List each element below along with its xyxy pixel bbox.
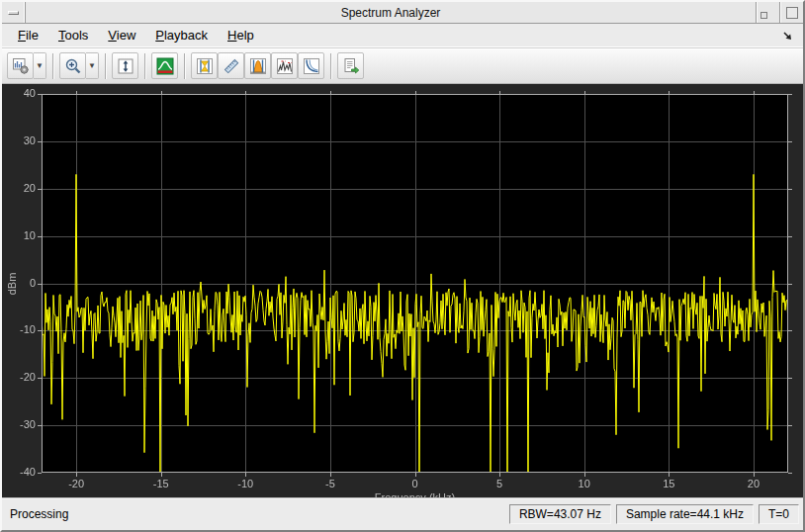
ccdf-measurements-icon: [303, 57, 320, 75]
y-tick-label: 0: [2, 277, 36, 289]
fit-to-view-button[interactable]: [112, 52, 138, 79]
spectral-mask-button[interactable]: [151, 52, 178, 79]
spectral-mask-icon: [156, 57, 174, 75]
y-tick-label: 30: [2, 134, 36, 146]
toolbar-separator: [144, 53, 145, 79]
x-tick-label: 10: [579, 478, 590, 489]
spectrum-settings-button[interactable]: [7, 52, 34, 79]
y-tick-label: -30: [2, 418, 36, 430]
minimize-icon: [760, 12, 767, 19]
maximize-icon: [786, 7, 798, 19]
y-tick-label: -20: [2, 371, 36, 383]
x-tick-label: 5: [496, 478, 502, 489]
x-tick-label: -15: [153, 478, 169, 489]
dock-arrow-icon: [781, 29, 795, 43]
toolbar: ▼ ▼: [2, 48, 803, 84]
menu-items: FileToolsViewPlaybackHelp: [8, 24, 264, 47]
zoom-in-icon: [64, 57, 82, 75]
window-menu-button[interactable]: [2, 2, 26, 23]
cursor-measurements-button[interactable]: [191, 52, 218, 79]
zoom-in-button[interactable]: [59, 52, 86, 79]
ccdf-measurements-button[interactable]: [298, 52, 324, 79]
menu-item-tools[interactable]: Tools: [48, 24, 98, 47]
distortion-measurements-icon: [223, 57, 240, 75]
title-bar: Spectrum Analyzer: [2, 2, 803, 24]
spectrum-settings-icon: [12, 57, 30, 75]
window-menu-icon: [8, 11, 19, 15]
plot-panel: dBm Frequency (kHz) 403020100-10-20-30-4…: [2, 84, 803, 497]
rbw-indicator: RBW=43.07 Hz: [509, 504, 611, 524]
sample-rate-indicator: Sample rate=44.1 kHz: [616, 504, 754, 524]
peak-finder-button[interactable]: [271, 52, 298, 79]
y-tick-label: 20: [2, 182, 36, 194]
cursor-measurements-icon: [196, 57, 214, 75]
peak-finder-icon: [276, 57, 294, 75]
window-title: Spectrum Analyzer: [26, 2, 756, 23]
y-tick-label: -10: [2, 323, 36, 335]
x-tick-label: -10: [237, 478, 253, 489]
toolbar-separator: [52, 53, 53, 79]
y-tick-label: 40: [2, 87, 36, 99]
toolbar-separator: [105, 53, 106, 79]
menu-item-help[interactable]: Help: [218, 24, 264, 47]
maximize-button[interactable]: [779, 2, 803, 23]
dock-button[interactable]: [779, 27, 797, 44]
spectrum-analyzer-window: Spectrum Analyzer FileToolsViewPlaybackH…: [0, 0, 805, 532]
status-text: Processing: [6, 507, 68, 521]
status-bar: Processing RBW=43.07 Hz Sample rate=44.1…: [2, 497, 803, 530]
menu-item-view[interactable]: View: [98, 24, 145, 47]
toolbar-separator: [184, 53, 185, 79]
fit-to-view-icon: [117, 57, 134, 75]
x-tick-label: -5: [325, 478, 335, 489]
zoom-dropdown[interactable]: ▼: [86, 52, 99, 79]
y-tick-label: 10: [2, 229, 36, 241]
x-axis-label: Frequency (kHz): [375, 491, 455, 497]
spectrum-settings-dropdown[interactable]: ▼: [34, 52, 46, 79]
y-tick-label: -40: [2, 466, 36, 478]
channel-measurements-icon: [249, 57, 267, 75]
menu-bar: FileToolsViewPlaybackHelp: [2, 24, 803, 48]
distortion-measurements-button[interactable]: [218, 52, 244, 79]
x-tick-label: 0: [411, 478, 417, 489]
generate-script-icon: [342, 57, 360, 75]
menu-item-file[interactable]: File: [8, 24, 48, 47]
minimize-button[interactable]: [756, 2, 779, 23]
channel-measurements-button[interactable]: [244, 52, 271, 79]
x-tick-label: -20: [68, 478, 84, 489]
toolbar-separator: [330, 53, 331, 79]
generate-script-button[interactable]: [337, 52, 364, 79]
time-indicator: T=0: [759, 504, 799, 524]
x-tick-label: 15: [663, 478, 674, 489]
x-tick-label: 20: [748, 478, 760, 489]
spectrum-plot[interactable]: [2, 84, 803, 497]
menu-item-playback[interactable]: Playback: [145, 24, 218, 47]
